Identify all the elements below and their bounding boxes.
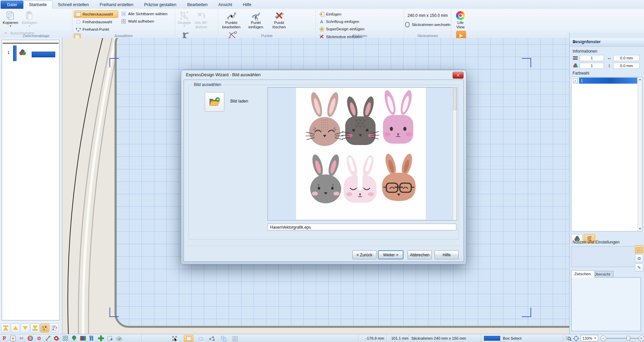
app-icon-star[interactable] — [9, 335, 16, 342]
deselect-button[interactable]: Wahl aufheben — [119, 18, 166, 25]
zoom-slider-thumb[interactable] — [626, 336, 630, 341]
change-hoop-button[interactable]: Stickrahmen wechseln — [406, 21, 450, 28]
app-icon-threads[interactable] — [79, 335, 86, 342]
insert-superdesign-button[interactable]: SuperDesign einfügen — [317, 26, 364, 32]
hoop-icon — [405, 22, 410, 27]
notes-button[interactable] — [635, 245, 643, 253]
scroll-up-button[interactable] — [638, 77, 642, 82]
select-none-icon — [232, 336, 238, 341]
notes-textarea[interactable] — [571, 246, 636, 267]
design-select-icon — [42, 325, 47, 331]
insert-button[interactable]: Einfügen — [317, 11, 364, 18]
app-icon-cloud[interactable] — [116, 335, 123, 342]
edit-points-button[interactable]: Punkte bearbeiten — [220, 10, 243, 30]
multiple-select-icon — [221, 336, 226, 341]
freehand-point-label: Freihand-Punkt — [83, 27, 109, 31]
filmstrip-options-button[interactable] — [50, 323, 59, 333]
cancel-button[interactable]: Abbrechen — [408, 250, 432, 259]
app-icon-photo[interactable] — [53, 335, 60, 342]
paste-button[interactable]: Einfügen ▼ — [21, 10, 38, 28]
move-up-button[interactable] — [11, 323, 20, 333]
zoom-in-button[interactable]: + — [638, 335, 644, 342]
app-icon-crossstitch[interactable] — [62, 335, 69, 342]
hoop-info: Stickrahmen 240 mm x 150 mm — [409, 334, 469, 342]
tab-clipboard-panel[interactable]: Zwischen. — [571, 270, 595, 278]
tab-ansicht[interactable]: Ansicht — [213, 1, 237, 9]
filmstrip-row-1[interactable]: 1 — [2, 44, 59, 62]
box-select-label: Rechteckauswahl — [83, 12, 113, 16]
insert-lettering-button[interactable]: A Schriftzug einfügen — [317, 18, 364, 25]
life-view-button[interactable]: Life View — [453, 10, 468, 30]
freehand-select-tool[interactable] — [196, 335, 205, 342]
move-down-button[interactable] — [21, 323, 30, 333]
node-select-tool[interactable] — [170, 335, 180, 342]
width-arrow-icon: ↔ — [607, 55, 612, 60]
tab-startseite[interactable]: Startseite — [23, 1, 53, 9]
point-select-tool[interactable] — [207, 335, 217, 342]
filmstrip-list[interactable]: 1 — [2, 40, 60, 320]
filename-field: HasenVektorgrafik.eps — [267, 224, 456, 230]
color-checkbox[interactable]: ✓ — [573, 78, 578, 83]
app-icon-scissors[interactable]: ✂ — [18, 335, 25, 342]
expressdesign-wizard-dialog: ExpressDesign Wizard - Bild auswählen ✕ … — [181, 70, 466, 264]
tab-datei[interactable]: Datei — [1, 1, 23, 9]
tab-hilfe[interactable]: Hilfe — [237, 1, 257, 9]
color-row-1[interactable]: ✓ 1 — [572, 78, 637, 84]
scroll-down-button[interactable] — [638, 227, 642, 231]
next-button[interactable]: Weiter > — [378, 250, 404, 259]
notes-section-label: Notizen und Einstellungen — [573, 240, 619, 245]
edit-points-icon — [226, 10, 236, 21]
group-button[interactable]: Gruppe ▼ — [176, 10, 192, 28]
app-icon-tools[interactable] — [88, 335, 95, 342]
freehand-select-button[interactable]: Freihandauswahl — [74, 19, 118, 25]
settings-button[interactable]: ⚙ — [635, 254, 643, 262]
zoom-to-fit-button[interactable] — [573, 335, 579, 342]
select-none-tool[interactable] — [230, 335, 240, 342]
move-to-end-button[interactable] — [30, 323, 39, 333]
box-select-ribbon-button[interactable]: Rechteckauswahl — [74, 10, 118, 18]
zoom-to-rect-button[interactable] — [565, 335, 572, 342]
load-picture-button[interactable] — [205, 92, 224, 112]
insert-point-button[interactable]: Punkt einfügen — [244, 10, 267, 30]
design-select-button[interactable] — [40, 323, 49, 333]
rotate45-label: Um 45° drehen — [194, 21, 208, 29]
panel-close-icon[interactable]: ✕ — [573, 39, 642, 45]
rotate45-button[interactable]: Um 45° drehen — [193, 10, 209, 30]
zoom-level-select[interactable]: 133% ▼ — [581, 335, 598, 341]
filmstrip-options-icon — [52, 325, 58, 331]
app-icon-colorwheel[interactable]: S — [27, 335, 34, 342]
load-picture-label: Bild laden — [230, 99, 248, 104]
help-button[interactable]: Hilfe — [434, 250, 459, 259]
select-all-button[interactable]: Alle Sichtbaren wählen — [119, 10, 166, 17]
app-icon-export[interactable] — [107, 335, 114, 342]
resize-grip[interactable] — [458, 256, 462, 260]
multiple-select-tool[interactable] — [219, 335, 228, 342]
tab-bearbeiten[interactable]: Bearbeiten — [182, 1, 213, 9]
dialog-close-button[interactable]: ✕ — [453, 72, 463, 79]
color-select-label: Farbwahl — [573, 71, 589, 76]
color-list-scrollbar[interactable] — [638, 77, 642, 231]
zoom-slider-track[interactable] — [606, 338, 639, 339]
app-icon-tree[interactable] — [71, 335, 77, 342]
app-icon-flower[interactable]: ✿ — [36, 335, 42, 342]
box-select-tool[interactable] — [184, 335, 193, 342]
tab-freihand-erstellen[interactable]: Freihand erstellen — [94, 1, 139, 9]
delete-point-button[interactable]: Punkt löschen — [268, 10, 290, 30]
deselect-icon — [121, 19, 126, 24]
tab-schnell-erstellen[interactable]: Schnell erstellen — [53, 1, 94, 9]
delete-point-label: Punkt löschen — [269, 21, 289, 29]
edit-notes-button[interactable]: ✎ — [635, 263, 643, 272]
copy-button[interactable]: Kopieren ▼ — [1, 10, 20, 28]
app-icon-program[interactable]: P — [1, 335, 8, 342]
preview-scrollbar[interactable] — [453, 88, 457, 220]
tab-praezise-gestalten[interactable]: Präzise gestalten — [139, 1, 182, 9]
zoom-out-button[interactable]: − — [600, 335, 607, 342]
app-icon-add[interactable] — [98, 335, 104, 342]
freehand-point-select-button[interactable]: Freihand-Punkt — [74, 26, 118, 33]
select-mode-cell: Box Select — [481, 334, 524, 342]
app-icon-needle[interactable] — [44, 335, 51, 342]
gear-icon: ⚙ — [637, 256, 641, 261]
color-select-list[interactable]: ✓ 1 — [571, 77, 642, 231]
back-button[interactable]: < Zurück — [352, 250, 377, 259]
move-to-start-button[interactable] — [1, 323, 10, 333]
